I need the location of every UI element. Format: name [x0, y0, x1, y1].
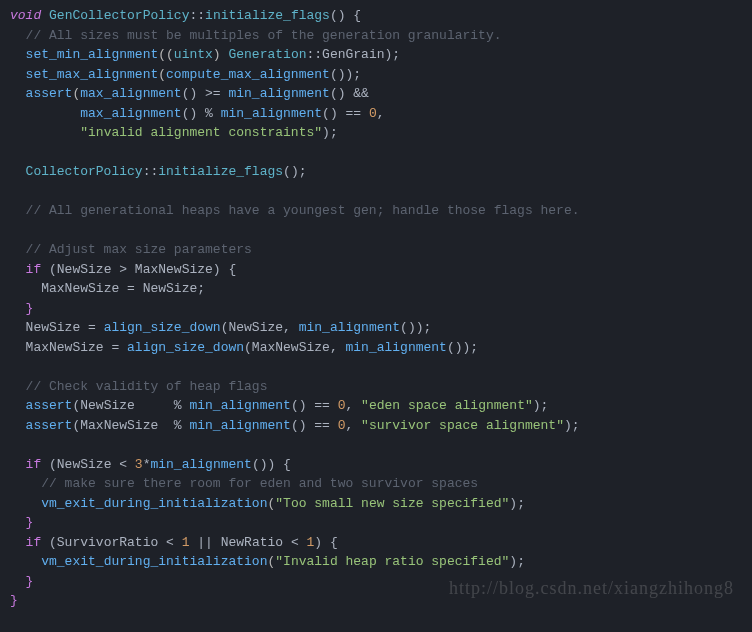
- code-line: [10, 435, 742, 455]
- code-line: MaxNewSize = NewSize;: [10, 279, 742, 299]
- code-line: CollectorPolicy::initialize_flags();: [10, 162, 742, 182]
- code-line: MaxNewSize = align_size_down(MaxNewSize,…: [10, 338, 742, 358]
- code-line: assert(max_alignment() >= min_alignment(…: [10, 84, 742, 104]
- code-line: if (NewSize < 3*min_alignment()) {: [10, 455, 742, 475]
- code-line: "invalid alignment constraints");: [10, 123, 742, 143]
- code-line: max_alignment() % min_alignment() == 0,: [10, 104, 742, 124]
- code-line: void GenCollectorPolicy::initialize_flag…: [10, 6, 742, 26]
- code-line: set_min_alignment((uintx) Generation::Ge…: [10, 45, 742, 65]
- code-block: void GenCollectorPolicy::initialize_flag…: [10, 6, 742, 611]
- code-line: [10, 182, 742, 202]
- code-line: // All sizes must be multiples of the ge…: [10, 26, 742, 46]
- code-line: assert(MaxNewSize % min_alignment() == 0…: [10, 416, 742, 436]
- code-line: }: [10, 299, 742, 319]
- code-line: [10, 143, 742, 163]
- code-line: set_max_alignment(compute_max_alignment(…: [10, 65, 742, 85]
- code-line: [10, 221, 742, 241]
- code-line: [10, 357, 742, 377]
- code-line: // All generational heaps have a younges…: [10, 201, 742, 221]
- code-line: // make sure there room for eden and two…: [10, 474, 742, 494]
- code-line: }: [10, 572, 742, 592]
- code-line: // Adjust max size parameters: [10, 240, 742, 260]
- code-line: vm_exit_during_initialization("Too small…: [10, 494, 742, 514]
- code-line: if (SurvivorRatio < 1 || NewRatio < 1) {: [10, 533, 742, 553]
- code-line: if (NewSize > MaxNewSize) {: [10, 260, 742, 280]
- code-line: }: [10, 591, 742, 611]
- code-line: NewSize = align_size_down(NewSize, min_a…: [10, 318, 742, 338]
- code-line: }: [10, 513, 742, 533]
- code-line: // Check validity of heap flags: [10, 377, 742, 397]
- code-line: vm_exit_during_initialization("Invalid h…: [10, 552, 742, 572]
- code-line: assert(NewSize % min_alignment() == 0, "…: [10, 396, 742, 416]
